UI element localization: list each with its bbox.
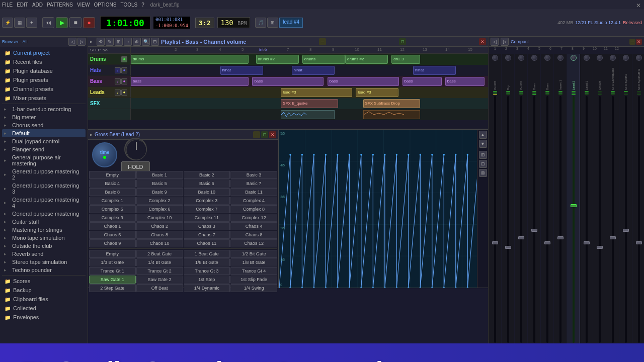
- mixer-channel-lead2[interactable]: Lead 2 M: [567, 54, 580, 343]
- channel-fader-onoff[interactable]: [597, 246, 603, 249]
- mixer-channel-master[interactable]: On/Off M: [489, 54, 502, 343]
- track-label-sfxwave[interactable]: [88, 109, 131, 120]
- preset-complex8[interactable]: Complex 8: [230, 205, 277, 213]
- clip-bass-2[interactable]: bass: [252, 77, 324, 86]
- sidebar-item-mastering-strings[interactable]: ▸ Mastering for strings: [2, 226, 86, 234]
- pl-btn-4[interactable]: ↔: [124, 38, 132, 46]
- preset-basic11[interactable]: Basic 11: [230, 188, 277, 196]
- clip-drums-1[interactable]: drums: [131, 55, 249, 64]
- menu-add[interactable]: ADD: [32, 2, 43, 8]
- mixer-channel-insert1[interactable]: Insert 1 M: [554, 54, 567, 343]
- preset-complex11[interactable]: Complex 11: [184, 214, 230, 222]
- track-label-bass[interactable]: Bass ♩ ●: [88, 76, 131, 86]
- pl-btn-5[interactable]: ⊕: [133, 38, 141, 46]
- sidebar-item-chorus[interactable]: ▸ Chorus send: [2, 121, 86, 129]
- preset-chaos1[interactable]: Chaos 1: [89, 222, 136, 230]
- preset-basic2[interactable]: Basic 2: [184, 171, 230, 179]
- metronome-btn[interactable]: 🎵: [255, 18, 266, 28]
- gate-empty[interactable]: Empty: [89, 250, 136, 258]
- preset-complex7[interactable]: Complex 7: [184, 205, 230, 213]
- play-button[interactable]: ▶: [56, 17, 68, 28]
- sidebar-item-envelopes[interactable]: 📁 Envelopes: [2, 313, 86, 322]
- clip-drums-2[interactable]: drums #2: [256, 55, 299, 64]
- sidebar-item-outside-club[interactable]: ▸ Outside the club: [2, 242, 86, 250]
- sidebar-item-mixer-presets[interactable]: 📁 Mixer presets: [2, 94, 86, 103]
- preset-basic8[interactable]: Basic 8: [89, 188, 136, 196]
- preset-complex1[interactable]: Complex 1: [89, 197, 136, 205]
- gate-eighth[interactable]: 1/8 Bt Gate: [184, 258, 230, 266]
- channel-knob-lead3[interactable]: [584, 55, 590, 61]
- sidebar-item-plugin-presets[interactable]: 📁 Plugin presets: [2, 75, 86, 84]
- track-label-leads[interactable]: Leads ♩ ●: [88, 87, 131, 98]
- mixer-channel-sfx1[interactable]: SFX Earthquake M: [606, 54, 619, 343]
- gate-offbeat[interactable]: Off Beat: [136, 284, 183, 292]
- preset-complex5[interactable]: Complex 5: [89, 205, 136, 213]
- sidebar-item-collected[interactable]: 📁 Collected: [2, 304, 86, 313]
- sidebar-item-gp-mastering2[interactable]: ▸ General purpose mastering 2: [2, 167, 86, 182]
- gate-sawgate2[interactable]: Saw Gate 2: [136, 276, 183, 284]
- track-solo-bass[interactable]: ●: [121, 78, 127, 84]
- gate-trance1[interactable]: Trance Gt 1: [89, 267, 136, 275]
- menu-options[interactable]: OPTIONS: [94, 2, 116, 8]
- channel-knob-master[interactable]: [492, 55, 498, 61]
- gate-1ststep[interactable]: 1st Step: [184, 276, 230, 284]
- clip-bass-3[interactable]: bass: [328, 77, 399, 86]
- preset-basic4[interactable]: Basic 4: [89, 179, 136, 188]
- preset-basic1[interactable]: Basic 1: [136, 171, 183, 179]
- track-mute-drums[interactable]: ●: [121, 56, 127, 62]
- preset-chaos10[interactable]: Chaos 10: [136, 239, 183, 247]
- gate-eighth2[interactable]: 1/8 Bt Gate: [230, 258, 277, 266]
- preset-basic5[interactable]: Basic 5: [136, 179, 183, 188]
- preset-complex9[interactable]: Complex 9: [89, 214, 136, 222]
- menu-edit[interactable]: EDIT: [17, 2, 28, 8]
- gb-side-btn-1[interactable]: ▲: [479, 131, 487, 139]
- toolbar-btn-2[interactable]: ▦: [14, 18, 25, 28]
- sidebar-btn-1[interactable]: ◁: [68, 38, 76, 46]
- playlist-maximize-btn[interactable]: □: [399, 38, 406, 45]
- prev-button[interactable]: ⏮: [42, 17, 54, 28]
- channel-knob-insert1[interactable]: [557, 55, 564, 61]
- track-label-hats[interactable]: Hats ♩ ●: [88, 65, 131, 75]
- clip-leads-2[interactable]: lead #3: [356, 88, 398, 97]
- gb-side-btn-5[interactable]: ⊠: [479, 169, 487, 177]
- clip-drums-4[interactable]: drums #2: [345, 55, 388, 64]
- channel-fader-sfx3[interactable]: [636, 241, 642, 244]
- channel-fader-master[interactable]: [492, 241, 498, 244]
- channel-fader-insert1[interactable]: [557, 236, 564, 239]
- channel-knob-bass2[interactable]: [544, 55, 550, 61]
- preset-basic10[interactable]: Basic 10: [184, 188, 230, 196]
- preset-basic7[interactable]: Basic 7: [230, 179, 277, 188]
- grossbeat-time-knob[interactable]: time: [92, 142, 117, 167]
- gb-side-btn-3[interactable]: ⊞: [479, 151, 487, 159]
- channel-knob-sfx1[interactable]: [610, 55, 616, 61]
- mixer-channel-bass[interactable]: Bass M: [528, 54, 541, 343]
- toolbar-btn-1[interactable]: ⚡: [2, 18, 13, 28]
- sidebar-item-plugin-database[interactable]: 📁 Plugin database: [2, 66, 86, 75]
- sidebar-btn-2[interactable]: ▷: [77, 38, 86, 46]
- gate-trance3[interactable]: Trance Gt 3: [184, 267, 230, 275]
- clip-leads-1[interactable]: lead #3: [281, 88, 352, 97]
- preset-basic6[interactable]: Basic 6: [184, 179, 230, 188]
- gb-side-btn-4[interactable]: ⊟: [479, 160, 487, 168]
- sidebar-item-clipboard[interactable]: 📁 Clipboard files: [2, 295, 86, 304]
- track-mute-leads[interactable]: ♩: [115, 89, 121, 96]
- playlist-minimize-btn[interactable]: ─: [319, 38, 326, 45]
- preset-complex3[interactable]: Complex 3: [184, 197, 230, 205]
- gate-2step[interactable]: 2 Step Gate: [89, 284, 136, 292]
- gate-quarter[interactable]: 1/4 Bt Gate: [136, 258, 183, 266]
- playlist-close-btn[interactable]: ✕: [479, 38, 486, 45]
- preset-chaos7[interactable]: Chaos 7: [184, 231, 230, 239]
- sidebar-item-scores[interactable]: 📁 Scores: [2, 277, 86, 286]
- track-mute-hats[interactable]: ♩: [115, 67, 121, 73]
- sidebar-item-flanger[interactable]: ▸ Flanger send: [2, 145, 86, 153]
- track-label-sfx[interactable]: SFX: [88, 98, 131, 109]
- channel-fader-sfx1[interactable]: [610, 236, 616, 239]
- sidebar-item-gp-air[interactable]: ▸ General purpose air mastering: [2, 153, 86, 167]
- sidebar-item-mono-tape[interactable]: ▸ Mono tape simulation: [2, 234, 86, 242]
- sidebar-item-stereo-tape[interactable]: ▸ Stereo tape simulation: [2, 258, 86, 266]
- preset-chaos2[interactable]: Chaos 2: [136, 222, 183, 230]
- gb-side-btn-2[interactable]: ▼: [479, 140, 487, 148]
- mixer-minimize[interactable]: ─: [629, 39, 635, 45]
- grossbeat-dial[interactable]: [124, 138, 147, 160]
- sidebar-item-current-project[interactable]: 📁 Current project: [2, 48, 86, 57]
